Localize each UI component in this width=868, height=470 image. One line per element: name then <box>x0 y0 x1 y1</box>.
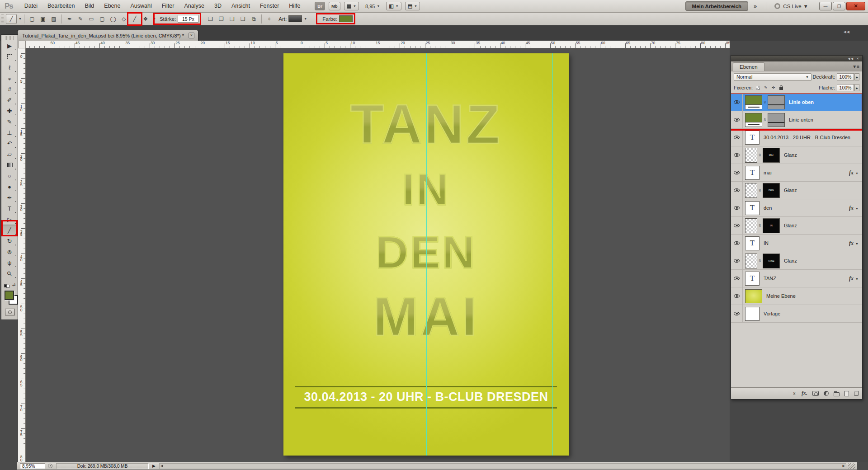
move-tool[interactable]: ▶ <box>2 40 17 51</box>
visibility-toggle[interactable] <box>731 146 743 164</box>
tool-preset-line-icon[interactable]: ╱ <box>6 14 17 24</box>
chevron-down-icon[interactable]: ▼ <box>19 17 22 20</box>
link-layers-icon[interactable]: ∞ <box>792 392 797 395</box>
lock-paint-icon[interactable]: ✎ <box>762 85 769 91</box>
text-layer-thumbnail[interactable]: T <box>745 131 760 145</box>
rounded-rectangle-shape-icon[interactable]: ▢ <box>97 14 108 24</box>
menu-fenster[interactable]: Fenster <box>255 0 284 12</box>
text-layer-thumbnail[interactable]: T <box>745 272 760 286</box>
fill-layer-thumbnail[interactable] <box>745 307 760 321</box>
crop-tool[interactable]: # <box>2 84 17 94</box>
guide-right[interactable] <box>552 53 553 456</box>
flaeche-value[interactable]: 100% <box>837 84 854 91</box>
collapse-panels-icon[interactable]: ◀◀ <box>848 57 854 61</box>
pen-tool[interactable]: ✒ <box>2 192 17 203</box>
layer-row-glanz[interactable]: ∞TANZGlanz <box>731 252 862 270</box>
guide-center[interactable] <box>426 53 427 456</box>
combine-shape-icon[interactable]: ⧉ <box>248 14 259 24</box>
minimize-button[interactable]: — <box>819 2 832 10</box>
custom-shape-icon[interactable]: ❖ <box>140 14 151 24</box>
menu-bild[interactable]: Bild <box>80 0 99 12</box>
delete-layer-icon[interactable] <box>854 391 859 396</box>
layer-row-in[interactable]: TINfx▼ <box>731 235 862 252</box>
lasso-tool[interactable]: ℓ <box>2 62 17 73</box>
menu-3d[interactable]: 3D <box>209 0 226 12</box>
deckkraft-spinner[interactable]: ▶ <box>854 73 859 80</box>
healing-brush-tool[interactable]: ✚ <box>2 105 17 116</box>
text-layer-thumbnail[interactable]: T <box>745 236 760 250</box>
visibility-toggle[interactable] <box>731 164 743 181</box>
status-zoom-input[interactable]: 8,95% <box>20 463 45 469</box>
mini-bridge-button[interactable]: Mb <box>329 2 340 10</box>
history-brush-tool[interactable]: ↶ <box>2 138 17 149</box>
guides-grid-button[interactable]: ▦▼ <box>344 2 359 10</box>
close-button[interactable]: ✕ <box>846 2 865 10</box>
paths-mode-icon[interactable]: ▣ <box>38 14 48 24</box>
new-group-icon[interactable] <box>834 391 840 396</box>
menu-hilfe[interactable]: Hilfe <box>284 0 305 12</box>
fill-pixels-mode-icon[interactable]: ▨ <box>48 14 59 24</box>
visibility-toggle[interactable] <box>731 270 743 287</box>
menu-ebene[interactable]: Ebene <box>99 0 125 12</box>
transparent-layer-thumbnail[interactable] <box>745 218 757 233</box>
type-tool[interactable]: T <box>2 203 17 214</box>
visibility-toggle[interactable] <box>731 182 743 199</box>
vector-mask-thumbnail[interactable] <box>768 95 785 109</box>
ruler-origin-corner[interactable] <box>18 41 26 48</box>
ellipse-shape-icon[interactable]: ◯ <box>108 14 118 24</box>
document-tab-close-icon[interactable]: × <box>189 33 194 38</box>
rectangular-marquee-tool[interactable] <box>2 51 17 62</box>
bridge-button[interactable]: Br <box>315 2 325 10</box>
visibility-toggle[interactable] <box>731 305 743 322</box>
swap-colors-icon[interactable]: ⇄ <box>12 282 16 287</box>
scroll-right-arrow-icon[interactable]: ▶ <box>843 464 845 468</box>
pen-tool-icon[interactable]: ✒ <box>64 14 75 24</box>
chevron-down-icon[interactable]: ▼ <box>153 17 156 20</box>
scroll-left-arrow-icon[interactable]: ◀ <box>160 464 163 468</box>
panel-menu-icon[interactable]: ▼≡ <box>852 64 859 69</box>
add-layer-style-icon[interactable]: fx. <box>802 390 807 397</box>
zoom-level-select[interactable]: 8,95▼ <box>363 2 382 10</box>
text-layer-thumbnail[interactable]: T <box>745 201 760 215</box>
visibility-toggle[interactable] <box>731 287 743 305</box>
visibility-toggle[interactable] <box>731 94 743 111</box>
close-dock-icon[interactable]: ✕ <box>856 57 859 61</box>
rectangle-shape-icon[interactable]: ▭ <box>86 14 97 24</box>
menu-bearbeiten[interactable]: Bearbeiten <box>42 0 80 12</box>
transparent-layer-thumbnail[interactable] <box>745 254 757 268</box>
fill-layer-thumbnail[interactable] <box>745 289 762 303</box>
menu-filter[interactable]: Filter <box>157 0 179 12</box>
layer-mask-thumbnail[interactable]: TANZ <box>763 254 780 268</box>
layer-mask-thumbnail[interactable]: DEN <box>763 183 780 198</box>
gradient-tool[interactable] <box>2 160 17 170</box>
shape-layer-thumbnail[interactable] <box>745 95 762 109</box>
screen-mode-button[interactable]: ⬒▼ <box>405 2 420 10</box>
eraser-tool[interactable]: ▱ <box>2 149 17 160</box>
clone-stamp-tool[interactable]: ⊥ <box>2 127 17 138</box>
menu-ansicht[interactable]: Ansicht <box>226 0 255 12</box>
foreground-color-swatch[interactable] <box>5 291 14 300</box>
visibility-toggle[interactable] <box>731 199 743 216</box>
path-selection-tool[interactable]: ▷ <box>2 214 17 225</box>
layer-fx-badge[interactable]: fx▼ <box>849 169 859 176</box>
layer-row-meine-ebene[interactable]: Meine Ebene <box>731 287 862 305</box>
blur-tool[interactable]: ○ <box>2 170 17 181</box>
polygon-shape-icon[interactable]: ◇ <box>118 14 129 24</box>
layer-row-linie-unten[interactable]: ∞Linie unten <box>731 111 862 129</box>
visibility-toggle[interactable] <box>731 252 743 269</box>
layer-row-vorlage[interactable]: Vorlage <box>731 305 862 323</box>
layer-row-glanz[interactable]: ∞DENGlanz <box>731 182 862 199</box>
add-layer-mask-icon[interactable] <box>812 391 819 396</box>
horizontal-scrollbar[interactable]: ◀ ▶ <box>159 463 846 469</box>
new-adjustment-layer-icon[interactable] <box>824 391 829 396</box>
canvas-area[interactable]: TANZ IN DEN MAI 30.04.2013 - 20 UHR - B-… <box>26 48 825 462</box>
text-layer-thumbnail[interactable]: T <box>745 166 760 180</box>
add-to-shape-icon[interactable]: ❏ <box>205 14 216 24</box>
guide-left[interactable] <box>300 53 300 456</box>
brush-tool[interactable]: ✎ <box>2 116 17 127</box>
workspace-button[interactable]: Mein Arbeitsbereich <box>685 1 749 11</box>
arrange-documents-button[interactable]: ◧▼ <box>386 2 401 10</box>
vector-mask-thumbnail[interactable] <box>768 113 785 127</box>
layer-row-mai[interactable]: Tmaifx▼ <box>731 164 862 182</box>
3d-orbit-tool[interactable]: ⊚ <box>2 246 17 257</box>
